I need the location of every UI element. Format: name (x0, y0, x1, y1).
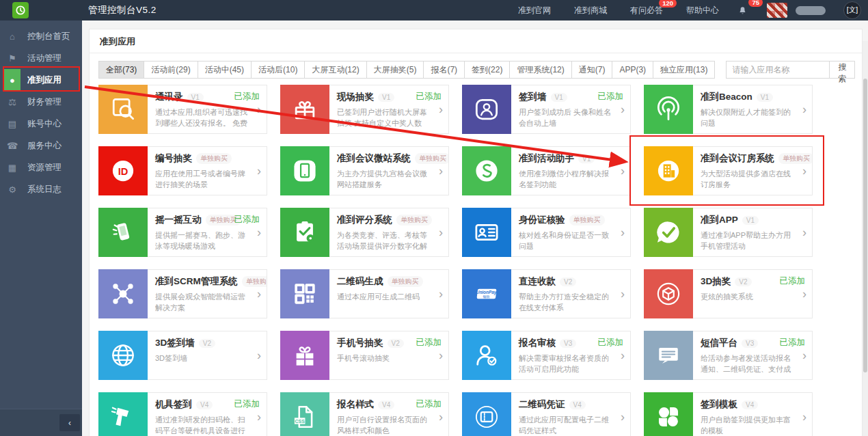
sidebar-item-服务中心[interactable]: ☎服务中心 (0, 135, 82, 156)
app-card-3D签到墙[interactable]: 3D签到墙V23D签到墙› (98, 331, 267, 380)
app-card-短信平台[interactable]: 短信平台V3已添加给活动参与者发送活动报名通知、二维码凭证、支付成功通知› (644, 331, 813, 380)
filter-tab-活动前(29)[interactable]: 活动前(29) (144, 61, 198, 79)
search-input[interactable] (726, 61, 830, 79)
app-title: 报名审核 (519, 337, 556, 349)
topbar-link-1[interactable]: 准到商城 (574, 5, 607, 16)
app-card-机具签到[interactable]: 机具签到V4已添加通过准到研发的扫码枪、扫码平台等硬件机具设备进行签到› (98, 392, 267, 436)
chevron-right-icon[interactable]: › (802, 411, 806, 423)
topbar-link-3[interactable]: 帮助中心 (686, 5, 719, 16)
app-card-签到墙[interactable]: 签到墙V1已添加用户签到成功后 头像和姓名会自动上墙› (462, 85, 631, 134)
filter-tab-通知(7)[interactable]: 通知(7) (571, 61, 613, 79)
app-title: 准到会议订房系统 (701, 152, 774, 165)
added-status-label: 已添加 (234, 214, 260, 226)
app-card-编号抽奖[interactable]: ID编号抽奖单独购买应用在使用工号或者编号牌进行抽奖的场景› (98, 146, 267, 195)
app-card-准到会议微站系统[interactable]: 准到会议微站系统单独购买为主办方提供九宫格会议微网站搭建服务› (280, 146, 449, 195)
app-card-通讯录[interactable]: 通讯录V1已添加通过本应用,组织者可迅速找到哪些人还没有报名。 免费应用› (98, 85, 267, 134)
app-card-报名样式[interactable]: CSS报名样式V4已添加用户可自行设置报名页面的风格样式和颜色› (280, 392, 449, 436)
app-logo-icon[interactable] (12, 2, 29, 18)
app-description: 用户自助签到提供更加丰富的模板 (701, 414, 794, 436)
app-title: 身份证核验 (519, 214, 565, 226)
filter-tab-签到(22)[interactable]: 签到(22) (464, 61, 510, 79)
app-title: 3D抽奖 (701, 275, 731, 288)
app-card-摇一摇互动[interactable]: 摇一摇互动单独购买已添加提供摇一摇赛马、跑步、游泳等现场暖场游戏› (98, 208, 267, 257)
chevron-right-icon[interactable]: › (257, 288, 261, 300)
topbar-link-2[interactable]: 有问必答120 (630, 5, 663, 16)
chevron-right-icon[interactable]: › (621, 288, 625, 300)
service-icon: ☎ (4, 135, 21, 156)
sidebar-item-系统日志[interactable]: ⚙系统日志 (0, 178, 82, 200)
filter-tab-报名(7)[interactable]: 报名(7) (423, 61, 465, 79)
sidebar-item-账号中心[interactable]: ▤账号中心 (0, 113, 82, 135)
app-card-二维码凭证[interactable]: 二维码凭证V4通过此应用可配置电子二维码凭证样式› (462, 392, 631, 436)
scanner-icon (98, 392, 148, 436)
sidebar-collapse-button[interactable]: ‹ (59, 414, 80, 431)
app-card-签到模板[interactable]: 签到模板V4用户自助签到提供更加丰富的模板› (644, 392, 813, 436)
chevron-right-icon[interactable]: › (802, 226, 806, 239)
chevron-right-icon[interactable]: › (802, 288, 806, 300)
scrollbar-thumb[interactable] (863, 79, 867, 372)
app-description: 通过本应用,组织者可迅速找到哪些人还没有报名。 免费应用 (155, 107, 249, 128)
filter-tab-APP(3)[interactable]: APP(3) (612, 61, 653, 79)
version-tag: V2 (199, 339, 215, 348)
chevron-right-icon[interactable]: › (621, 103, 625, 115)
chevron-right-icon[interactable]: › (802, 165, 806, 177)
app-card-准到APP[interactable]: 准到APPV1通过准到APP帮助主办方用手机管理活动› (644, 208, 813, 257)
filter-tab-大屏互动(12)[interactable]: 大屏互动(12) (304, 61, 366, 79)
filter-tab-独立应用(13)[interactable]: 独立应用(13) (653, 61, 715, 79)
filter-tab-大屏抽奖(5)[interactable]: 大屏抽奖(5) (366, 61, 424, 79)
version-tag: V4 (742, 400, 758, 409)
app-card-二维码生成[interactable]: 二维码生成单独购买通过本应用可生成二维码› (280, 269, 449, 318)
app-card-手机号抽奖[interactable]: 手机号抽奖V2已添加手机号滚动抽奖› (280, 331, 449, 380)
chevron-right-icon[interactable]: › (439, 349, 443, 362)
chevron-right-icon[interactable]: › (621, 165, 625, 177)
chevron-right-icon[interactable]: › (257, 349, 261, 362)
sidebar-item-活动管理[interactable]: ⚑活动管理 (0, 47, 82, 69)
flag-icon: ⚑ (4, 47, 21, 69)
app-card-现场抽奖[interactable]: 现场抽奖V1已添加已签到用户进行随机大屏幕抽奖 支持自定义中奖人数› (280, 85, 449, 134)
app-card-准到Beacon[interactable]: 准到BeaconV1解决仅限附近人才能签到的问题› (644, 85, 813, 134)
search-button[interactable]: 搜索 (829, 61, 855, 79)
chevron-right-icon[interactable]: › (257, 165, 261, 177)
chevron-right-icon[interactable]: › (257, 411, 261, 423)
chevron-right-icon[interactable]: › (257, 226, 261, 239)
app-title: 二维码凭证 (519, 398, 565, 411)
app-card-报名审核[interactable]: 报名审核V3已添加解决需要审核报名者资质的活动可启用此功能› (462, 331, 631, 380)
chevron-right-icon[interactable]: › (439, 288, 443, 300)
app-card-3D抽奖[interactable]: 3D抽奖V2已添加更炫的抽奖系统› (644, 269, 813, 318)
app-title: 准到评分系统 (337, 214, 392, 226)
app-card-直连收款[interactable]: UnionPay银联直连收款V2帮助主办方打造安全稳定的在线支付体系› (462, 269, 631, 318)
chevron-right-icon[interactable]: › (439, 165, 443, 177)
sidebar-item-准到应用[interactable]: ●准到应用 (0, 69, 82, 91)
app-card-准到SCRM管理系统[interactable]: 准到SCRM管理系统单独购买提供展会观众智能营销运营解决方案› (98, 269, 267, 318)
shake-icon (98, 208, 148, 257)
vertical-scrollbar[interactable] (863, 41, 868, 436)
user-avatar[interactable] (767, 3, 787, 18)
chevron-right-icon[interactable]: › (621, 226, 625, 239)
chevron-right-icon[interactable]: › (439, 226, 443, 239)
notification-bell-icon[interactable]: 75 (737, 4, 749, 16)
buy-separately-tag: 单独购买 (778, 153, 813, 164)
topbar-link-0[interactable]: 准到官网 (518, 5, 551, 16)
chevron-right-icon[interactable]: › (439, 103, 443, 115)
chevron-right-icon[interactable]: › (802, 349, 806, 362)
added-status-label: 已添加 (780, 275, 806, 287)
chevron-right-icon[interactable]: › (621, 349, 625, 362)
app-card-准到会议订房系统[interactable]: 准到会议订房系统单独购买为大型活动提供多酒店在线订房服务› (644, 146, 813, 195)
app-card-身份证核验[interactable]: 身份证核验单独购买核对姓名和身份证是否一致问题› (462, 208, 631, 257)
sidebar-item-财务管理[interactable]: ⚖财务管理 (0, 91, 82, 113)
sidebar-item-资源管理[interactable]: ▦资源管理 (0, 156, 82, 178)
chevron-right-icon[interactable]: › (802, 103, 806, 115)
app-card-准到评分系统[interactable]: 准到评分系统单独购买为各类竞赛、评选、考核等活动场景提供评分数字化解决方案› (280, 208, 449, 257)
app-title: 准到Beacon (701, 91, 752, 103)
filter-tab-全部(73)[interactable]: 全部(73) (98, 61, 144, 79)
translate-icon[interactable]: [文] (843, 1, 861, 19)
chevron-right-icon[interactable]: › (439, 411, 443, 423)
filter-tab-管理系统(12)[interactable]: 管理系统(12) (509, 61, 571, 79)
filter-tab-活动中(45)[interactable]: 活动中(45) (198, 61, 252, 79)
chevron-right-icon[interactable]: › (621, 411, 625, 423)
sidebar-item-控制台首页[interactable]: ⌂控制台首页 (0, 25, 82, 47)
app-card-准到活动助手[interactable]: 准到活动助手V1使用准到微信小程序解决报名签到功能› (462, 146, 631, 195)
chevron-right-icon[interactable]: › (257, 103, 261, 115)
filter-tab-活动后(10)[interactable]: 活动后(10) (251, 61, 305, 79)
app-card-body: 手机号抽奖V2已添加手机号滚动抽奖› (329, 331, 449, 380)
